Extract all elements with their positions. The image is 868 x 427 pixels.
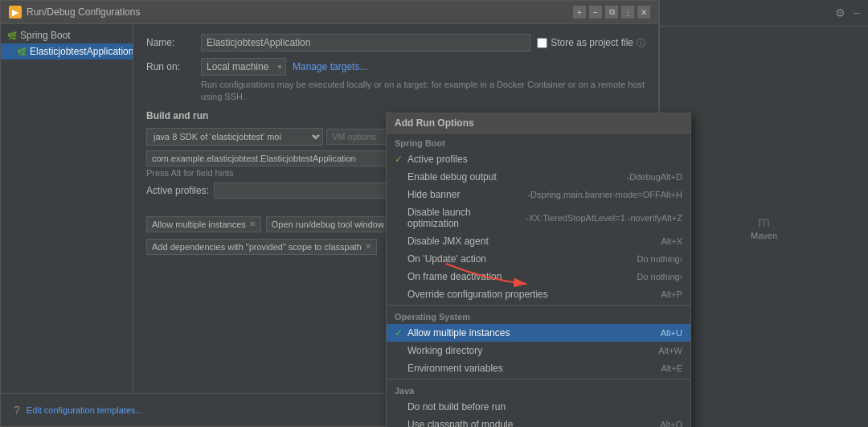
title-bar: ▶ Run/Debug Configurations + − ⧉ ⋮ ✕ bbox=[1, 1, 658, 24]
item-label-disable-jmx: Disable JMX agent bbox=[407, 236, 661, 247]
name-row: Name: Store as project file ⓘ bbox=[146, 34, 645, 51]
dropdown-item-env-vars[interactable]: Environment variables Alt+E bbox=[387, 359, 690, 377]
right-panel-gear-btn[interactable]: ⚙ bbox=[833, 5, 847, 21]
run-on-row: Run on: Local machine Manage targets... bbox=[146, 58, 645, 76]
sidebar-item-elasticjobtest[interactable]: 🌿 ElasticjobtestApplication bbox=[1, 43, 133, 60]
arrow-on-update: › bbox=[680, 255, 682, 264]
footer-left: ? Edit configuration templates... bbox=[14, 404, 143, 417]
item-label-working-dir: Working directory bbox=[407, 345, 658, 356]
dropdown-item-classpath-module[interactable]: Use classpath of module Alt+O bbox=[387, 416, 690, 427]
dropdown-item-no-build[interactable]: Do not build before run bbox=[387, 398, 690, 416]
item-label-on-frame: On frame deactivation bbox=[407, 271, 633, 282]
toolbar-copy-btn[interactable]: ⧉ bbox=[605, 6, 618, 18]
item-label-active-profiles: Active profiles bbox=[407, 154, 682, 165]
sidebar-sub-label: ElasticjobtestApplication bbox=[30, 46, 133, 57]
shortcut-hide-banner: Alt+H bbox=[661, 190, 682, 199]
active-profiles-label: Active profiles: bbox=[146, 185, 209, 196]
dropdown-item-hide-banner[interactable]: Hide banner -Dspring.main.banner-mode=OF… bbox=[387, 186, 690, 203]
sidebar-item-spring-boot[interactable]: 🌿 Spring Boot bbox=[1, 27, 133, 43]
title-bar-left: ▶ Run/Debug Configurations bbox=[9, 6, 140, 18]
item-label-classpath-module: Use classpath of module bbox=[407, 419, 660, 427]
java-sdk-wrapper: java 8 SDK of 'elasticjobtest' moi bbox=[146, 128, 323, 146]
edit-config-link[interactable]: Edit configuration templates... bbox=[27, 405, 143, 415]
hint-disable-launch: -XX:TieredStopAtLevel=1 -noverify bbox=[526, 213, 661, 223]
name-label: Name: bbox=[146, 37, 194, 48]
dropdown-menu: Add Run Options Spring Boot ✓ Active pro… bbox=[386, 113, 691, 427]
hint-on-update: Do nothing bbox=[637, 254, 679, 264]
hint-on-frame: Do nothing bbox=[637, 272, 679, 281]
item-label-no-build: Do not build before run bbox=[407, 401, 682, 413]
dropdown-item-on-frame[interactable]: On frame deactivation Do nothing › bbox=[387, 268, 690, 285]
dialog-title: Run/Debug Configurations bbox=[27, 6, 140, 18]
run-on-dropdown-wrapper: Local machine bbox=[201, 58, 286, 76]
spring-boot-icon: 🌿 bbox=[7, 31, 17, 40]
spring-sub-icon: 🌿 bbox=[17, 47, 27, 56]
java-section-label: Java bbox=[387, 381, 690, 398]
dropdown-item-on-update[interactable]: On 'Update' action Do nothing › bbox=[387, 250, 690, 268]
tag-close-add-deps[interactable]: ✕ bbox=[365, 242, 371, 251]
tag-close-allow-multiple[interactable]: ✕ bbox=[249, 220, 256, 228]
tag-add-deps: Add dependencies with "provided" scope t… bbox=[146, 239, 377, 255]
hint-hide-banner: -Dspring.main.banner-mode=OFF bbox=[527, 190, 660, 199]
shortcut-override-config: Alt+P bbox=[661, 289, 682, 299]
shortcut-disable-jmx: Alt+X bbox=[661, 236, 682, 246]
tag-allow-multiple: Allow multiple instances ✕ bbox=[146, 216, 261, 232]
run-debug-icon: ▶ bbox=[9, 6, 22, 18]
sidebar-group-label: Spring Boot bbox=[20, 30, 71, 41]
dropdown-item-disable-launch[interactable]: Disable launch optimization -XX:TieredSt… bbox=[387, 203, 690, 232]
separator-2 bbox=[387, 379, 690, 380]
os-section-label: Operating System bbox=[387, 307, 690, 324]
description-content: Run configurations may be executed local… bbox=[201, 80, 645, 101]
item-label-allow-multiple: Allow multiple instances bbox=[407, 327, 661, 339]
help-icon[interactable]: ? bbox=[14, 404, 20, 417]
manage-targets-link[interactable]: Manage targets... bbox=[293, 61, 367, 72]
run-on-select[interactable]: Local machine bbox=[201, 58, 286, 76]
spring-boot-section-label: Spring Boot bbox=[387, 133, 690, 150]
info-icon: ⓘ bbox=[637, 37, 645, 49]
run-on-label: Run on: bbox=[146, 61, 194, 72]
item-label-disable-launch: Disable launch optimization bbox=[407, 207, 522, 229]
dropdown-item-allow-multiple[interactable]: ✓ Allow multiple instances Alt+U bbox=[387, 324, 690, 342]
tag-label-add-deps: Add dependencies with "provided" scope t… bbox=[152, 242, 362, 252]
toolbar-menu-btn[interactable]: ⋮ bbox=[621, 6, 634, 18]
item-label-env-vars: Environment variables bbox=[407, 363, 661, 374]
java-sdk-select[interactable]: java 8 SDK of 'elasticjobtest' moi bbox=[146, 128, 323, 146]
arrow-on-frame: › bbox=[680, 273, 682, 281]
name-input[interactable] bbox=[201, 34, 530, 51]
item-label-hide-banner: Hide banner bbox=[407, 189, 524, 200]
item-label-enable-debug: Enable debug output bbox=[407, 171, 624, 183]
tag-label-allow-multiple: Allow multiple instances bbox=[152, 220, 246, 229]
dropdown-item-enable-debug[interactable]: Enable debug output -Ddebug Alt+D bbox=[387, 168, 690, 186]
check-active-profiles: ✓ bbox=[395, 154, 407, 165]
item-label-on-update: On 'Update' action bbox=[407, 253, 633, 265]
dropdown-item-working-dir[interactable]: Working directory Alt+W bbox=[387, 342, 690, 359]
title-bar-controls: + − ⧉ ⋮ ✕ bbox=[573, 6, 650, 18]
close-button[interactable]: ✕ bbox=[637, 6, 650, 18]
right-panel-minus-btn[interactable]: − bbox=[852, 5, 862, 21]
toolbar-remove-btn[interactable]: − bbox=[589, 6, 602, 18]
sidebar: 🌿 Spring Boot 🌿 ElasticjobtestApplicatio… bbox=[1, 24, 133, 393]
shortcut-classpath-module: Alt+O bbox=[660, 420, 682, 427]
item-label-override-config: Override configuration properties bbox=[407, 289, 661, 300]
separator-1 bbox=[387, 305, 690, 306]
store-as-project-checkbox[interactable] bbox=[537, 38, 547, 48]
maven-icon: m bbox=[751, 214, 777, 231]
dropdown-item-disable-jmx[interactable]: Disable JMX agent Alt+X bbox=[387, 232, 690, 250]
hint-enable-debug: -Ddebug bbox=[627, 172, 661, 182]
toolbar-add-btn[interactable]: + bbox=[573, 6, 586, 18]
shortcut-env-vars: Alt+E bbox=[661, 363, 682, 373]
dropdown-item-active-profiles[interactable]: ✓ Active profiles bbox=[387, 150, 690, 168]
maven-text: Maven bbox=[751, 231, 777, 240]
shortcut-enable-debug: Alt+D bbox=[661, 172, 682, 182]
shortcut-working-dir: Alt+W bbox=[658, 346, 682, 355]
shortcut-disable-launch: Alt+Z bbox=[661, 213, 682, 223]
dropdown-item-override-config[interactable]: Override configuration properties Alt+P bbox=[387, 285, 690, 303]
store-as-project-label: Store as project file bbox=[551, 37, 633, 48]
dropdown-menu-header: Add Run Options bbox=[387, 113, 690, 133]
right-panel-header: ⚙ − bbox=[660, 0, 868, 27]
maven-label: m Maven bbox=[751, 214, 777, 240]
description-text: Run configurations may be executed local… bbox=[201, 79, 645, 104]
shortcut-allow-multiple: Alt+U bbox=[661, 328, 682, 338]
check-allow-multiple: ✓ bbox=[395, 327, 407, 339]
